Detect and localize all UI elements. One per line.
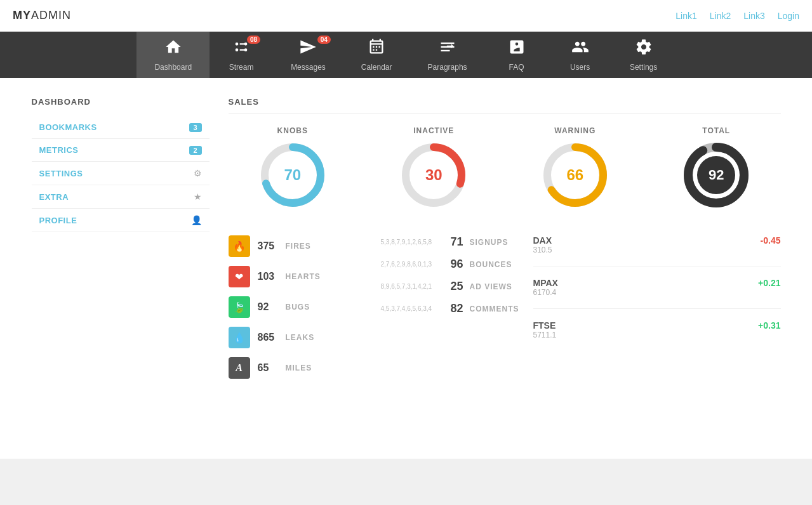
- stats-row: 🔥 375 FIRES ❤ 103 HEARTS 🍃 92 BUGS: [229, 235, 781, 388]
- nav-label-stream: Stream: [229, 63, 254, 72]
- sidebar-item-extra[interactable]: EXTRA ★: [32, 185, 210, 209]
- sidebar-item-settings[interactable]: SETTINGS ⚙: [32, 162, 210, 185]
- svg-point-0: [236, 43, 239, 46]
- gauge-warning: WARNING 66: [540, 126, 610, 210]
- top-link-2[interactable]: Link2: [710, 11, 731, 21]
- sidebar-label-bookmarks: BOOKMARKS: [39, 122, 97, 132]
- top-link-3[interactable]: Link3: [743, 11, 764, 21]
- miles-icon-box: A: [229, 357, 250, 379]
- nav-label-messages: Messages: [291, 63, 326, 72]
- stock-dax-info: DAX 310.5: [533, 235, 552, 254]
- sidebar-right-metrics: 2: [189, 146, 202, 155]
- adviews-data: 8,9,6,5,7,3,1,4,2,1: [381, 283, 439, 290]
- gauge-warning-value: 66: [566, 166, 583, 184]
- sidebar-item-bookmarks[interactable]: BOOKMARKS 3: [32, 116, 210, 139]
- sparkline-adviews: 8,9,6,5,7,3,1,4,2,1 25 AD VIEWS: [381, 280, 521, 293]
- users-icon: [571, 38, 589, 60]
- mpax-name: MPAX: [533, 278, 558, 288]
- nav-item-settings[interactable]: Settings: [612, 32, 676, 78]
- nav-item-messages[interactable]: 04 Messages: [273, 32, 343, 78]
- stream-badge: 08: [247, 36, 260, 44]
- sidebar-title: DASHBOARD: [32, 97, 210, 107]
- bounces-num: 96: [446, 258, 463, 271]
- sidebar-label-profile: PROFILE: [39, 216, 77, 225]
- sidebar: DASHBOARD BOOKMARKS 3 METRICS 2 SETTINGS…: [32, 97, 210, 388]
- sparkline-bounces: 2,7,6,2,9,8,6,0,1,3 96 BOUNCES: [381, 258, 521, 271]
- sidebar-item-metrics[interactable]: METRICS 2: [32, 139, 210, 162]
- nav-item-faq[interactable]: FAQ: [485, 32, 549, 78]
- sidebar-right-bookmarks: 3: [189, 123, 202, 132]
- gauge-total-wrap: 92: [681, 140, 751, 210]
- sparkline-list: 5,3,8,7,9,1,2,6,5,8 71 SIGNUPS 2,7,6,2,9…: [381, 235, 521, 388]
- stock-list: DAX 310.5 -0.45 MPAX 6170.4 +0.21: [533, 235, 781, 388]
- nav-item-paragraphs[interactable]: Paragraphs: [410, 32, 485, 78]
- messages-icon: [299, 38, 317, 60]
- faq-icon: [508, 38, 526, 60]
- dax-value: 310.5: [533, 246, 552, 254]
- sparkline-signups: 5,3,8,7,9,1,2,6,5,8 71 SIGNUPS: [381, 235, 521, 249]
- stock-ftse-info: FTSE 5711.1: [533, 320, 557, 339]
- adviews-num: 25: [446, 280, 463, 293]
- sparkline-comments: 4,5,3,7,4,6,5,6,3,4 82 COMMENTS: [381, 302, 521, 315]
- gauge-knobs: KNOBS 70: [258, 126, 328, 210]
- calendar-icon: [368, 38, 385, 60]
- svg-point-1: [236, 48, 239, 51]
- main-nav: Dashboard 08 Stream 04 Messages Calendar…: [0, 32, 812, 78]
- gauge-knobs-label: KNOBS: [277, 126, 308, 135]
- svg-point-2: [244, 43, 248, 46]
- gauge-inactive-value: 30: [425, 166, 443, 184]
- messages-badge: 04: [317, 36, 331, 44]
- top-nav: MYADMIN Link1 Link2 Link3 Login: [0, 0, 812, 32]
- nav-item-users[interactable]: Users: [549, 32, 612, 78]
- brand-my: MY: [13, 9, 31, 22]
- icon-list: 🔥 375 FIRES ❤ 103 HEARTS 🍃 92 BUGS: [229, 235, 368, 388]
- stock-dax: DAX 310.5 -0.45: [533, 235, 781, 266]
- list-item-bugs: 🍃 92 BUGS: [229, 296, 368, 318]
- stock-mpax: MPAX 6170.4 +0.21: [533, 278, 781, 309]
- list-item-leaks: 💧 865 LEAKS: [229, 327, 368, 348]
- leaks-icon-box: 💧: [229, 327, 250, 348]
- nav-item-stream[interactable]: 08 Stream: [210, 32, 273, 78]
- miles-num: 65: [258, 362, 278, 374]
- gauge-knobs-value: 70: [284, 166, 301, 184]
- nav-label-calendar: Calendar: [361, 63, 392, 72]
- mpax-change: +0.21: [758, 278, 780, 288]
- content-inner: DASHBOARD BOOKMARKS 3 METRICS 2 SETTINGS…: [19, 78, 794, 407]
- adviews-label: AD VIEWS: [470, 282, 521, 291]
- gear-icon: ⚙: [194, 168, 202, 178]
- sidebar-item-profile[interactable]: PROFILE 👤: [32, 209, 210, 232]
- stock-ftse: FTSE 5711.1 +0.31: [533, 320, 781, 351]
- sidebar-right-extra: ★: [194, 192, 202, 202]
- svg-point-3: [244, 48, 248, 51]
- list-item-miles: A 65 MILES: [229, 357, 368, 379]
- person-icon: 👤: [191, 215, 202, 225]
- bugs-num: 92: [258, 301, 278, 313]
- top-link-1[interactable]: Link1: [676, 11, 696, 21]
- gauges-row: KNOBS 70 INACTIVE: [229, 126, 781, 210]
- leaks-num: 865: [258, 332, 278, 343]
- ftse-change: +0.31: [758, 320, 780, 331]
- signups-num: 71: [446, 235, 463, 249]
- hearts-num: 103: [258, 271, 278, 282]
- bookmarks-badge: 3: [189, 123, 202, 132]
- nav-label-faq: FAQ: [509, 63, 524, 72]
- mpax-value: 6170.4: [533, 288, 558, 297]
- list-item-hearts: ❤ 103 HEARTS: [229, 266, 368, 287]
- nav-label-settings: Settings: [630, 63, 657, 72]
- top-link-login[interactable]: Login: [778, 11, 799, 21]
- fires-icon-box: 🔥: [229, 235, 250, 257]
- bounces-data: 2,7,6,2,9,8,6,0,1,3: [381, 261, 439, 268]
- star-icon: ★: [194, 192, 202, 202]
- list-item-fires: 🔥 375 FIRES: [229, 235, 368, 257]
- gauge-total-value: 92: [697, 156, 735, 194]
- gauge-knobs-wrap: 70: [258, 140, 328, 210]
- comments-num: 82: [446, 302, 463, 315]
- settings-icon: [635, 38, 653, 60]
- nav-item-calendar[interactable]: Calendar: [343, 32, 410, 78]
- leaks-label: LEAKS: [286, 333, 315, 342]
- main-content: SALES KNOBS 70 INACTIVE: [229, 97, 781, 388]
- gauge-inactive-wrap: 30: [399, 140, 469, 210]
- hearts-icon-box: ❤: [229, 266, 250, 287]
- comments-data: 4,5,3,7,4,6,5,6,3,4: [381, 305, 439, 312]
- nav-item-dashboard[interactable]: Dashboard: [136, 32, 210, 78]
